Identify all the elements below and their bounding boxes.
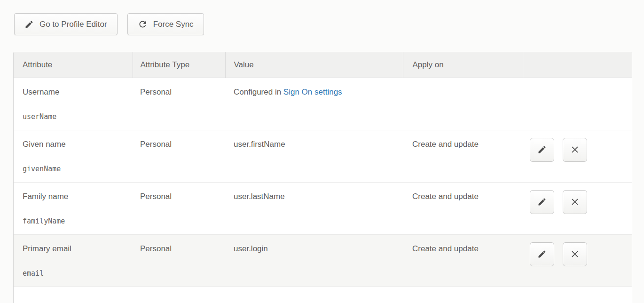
table-row: Given namegivenNamePersonaluser.firstNam… [14, 130, 632, 182]
edit-attribute-button[interactable] [530, 138, 554, 162]
value-cell: user.lastName [225, 182, 403, 234]
close-icon [570, 249, 580, 259]
table-header: Attribute Attribute Type Value Apply on [14, 52, 632, 78]
go-to-profile-editor-button[interactable]: Go to Profile Editor [14, 13, 118, 35]
attribute-mappings-table: Attribute Attribute Type Value Apply on … [13, 52, 632, 303]
force-sync-label: Force Sync [153, 20, 194, 29]
edit-attribute-button[interactable] [530, 190, 554, 214]
delete-attribute-button[interactable] [563, 138, 587, 162]
attribute-type-cell: Personal [133, 182, 225, 234]
attribute-cell: Primary emailemail [14, 234, 133, 287]
pencil-icon [537, 197, 547, 207]
column-header-apply-on: Apply on [403, 52, 523, 78]
pencil-icon [537, 249, 547, 259]
actions-cell [523, 182, 632, 234]
table-row: UsernameuserNamePersonalConfigured in Si… [14, 78, 632, 130]
attribute-display-name: Primary email [23, 244, 128, 254]
column-header-actions [523, 52, 632, 78]
attribute-type-cell: Personal [133, 234, 225, 287]
apply-on-cell: Create and update [403, 130, 523, 182]
go-to-profile-editor-label: Go to Profile Editor [39, 20, 107, 29]
value-prefix-text: Configured in [234, 88, 283, 96]
attribute-variable-name: familyName [23, 217, 128, 225]
value-cell: user.firstName [225, 130, 403, 182]
table-row: Primary emailemailPersonaluser.loginCrea… [14, 234, 632, 287]
attribute-display-name: Family name [23, 192, 128, 201]
column-header-value: Value [225, 52, 403, 78]
delete-attribute-button[interactable] [563, 190, 587, 214]
actions-cell [523, 234, 632, 287]
column-header-attribute-type: Attribute Type [133, 52, 225, 78]
value-cell: user.login [225, 234, 403, 287]
delete-attribute-button[interactable] [563, 242, 587, 266]
attribute-type-cell: Personal [133, 130, 225, 182]
refresh-icon [138, 19, 148, 29]
attribute-display-name: Username [23, 88, 128, 97]
apply-on-cell: Create and update [403, 234, 523, 287]
pencil-icon [24, 20, 34, 29]
actions-cell [523, 130, 632, 182]
column-header-attribute: Attribute [14, 52, 133, 78]
attribute-cell: Given namegivenName [14, 130, 133, 182]
attribute-table-body: UsernameuserNamePersonalConfigured in Si… [14, 78, 632, 287]
attribute-cell: Family namefamilyName [14, 182, 133, 234]
pencil-icon [24, 20, 34, 29]
force-sync-button[interactable]: Force Sync [127, 13, 204, 35]
actions-cell [523, 78, 632, 130]
attribute-variable-name: email [23, 269, 128, 278]
sign-on-settings-link[interactable]: Sign On settings [283, 88, 342, 96]
attribute-cell: UsernameuserName [14, 78, 133, 130]
attribute-display-name: Given name [23, 140, 128, 149]
attribute-variable-name: givenName [23, 165, 128, 173]
attribute-variable-name: userName [23, 112, 128, 121]
value-cell: Configured in Sign On settings [225, 78, 403, 130]
attribute-type-cell: Personal [133, 78, 225, 130]
table-row: Family namefamilyNamePersonaluser.lastNa… [14, 182, 632, 234]
toolbar: Go to Profile Editor Force Sync [0, 0, 644, 35]
apply-on-cell [403, 78, 523, 130]
edit-attribute-button[interactable] [530, 242, 554, 266]
close-icon [570, 144, 580, 155]
apply-on-cell: Create and update [403, 182, 523, 234]
close-icon [570, 197, 580, 207]
pencil-icon [537, 145, 547, 154]
refresh-icon [138, 19, 148, 29]
